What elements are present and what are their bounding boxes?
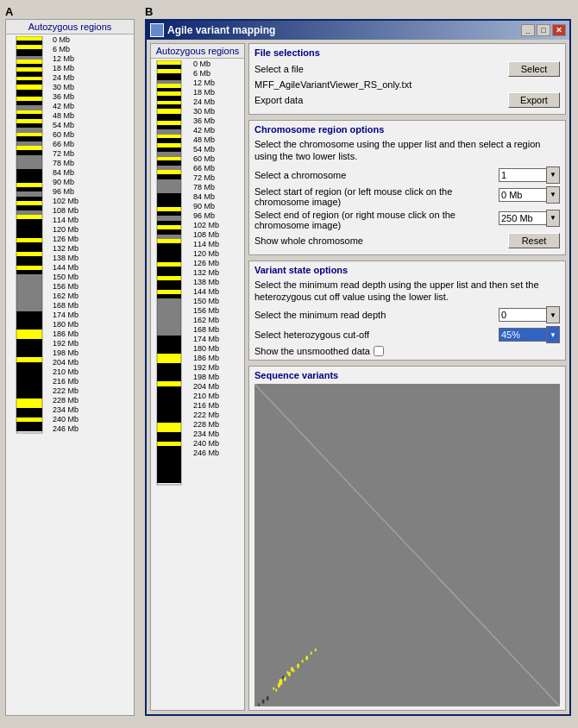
hetero-dropdown-arrow[interactable]: ▼ [546,326,560,343]
mb-label: 78 Mb [193,184,242,191]
svg-rect-53 [16,279,42,284]
mb-label: 168 Mb [193,326,242,334]
svg-rect-31 [16,178,42,183]
start-dropdown[interactable]: 0 Mb [499,188,546,202]
panel-a-title: Autozygous regions [6,20,134,35]
svg-rect-71 [16,362,42,367]
svg-rect-37 [16,205,42,210]
mb-label: 66 Mb [193,165,242,173]
svg-rect-47 [16,252,42,256]
svg-rect-118 [157,202,181,207]
svg-rect-88 [157,65,181,69]
svg-rect-149 [157,345,181,349]
export-data-label: Export data [254,95,508,105]
svg-rect-48 [16,256,42,260]
svg-rect-176 [157,469,181,474]
svg-rect-133 [157,271,181,276]
mb-label: 216 Mb [193,402,242,410]
svg-rect-138 [157,294,181,298]
close-button[interactable]: ✕ [552,24,566,36]
chrom-dropdown-arrow[interactable]: ▼ [546,166,560,184]
svg-rect-56 [16,293,42,298]
mb-label: 192 Mb [193,364,242,372]
svg-rect-46 [16,247,42,252]
mb-label: 102 Mb [53,198,132,205]
chrom-dropdown[interactable]: 1 [499,168,546,182]
mb-label: 222 Mb [53,387,132,395]
svg-rect-80 [16,404,42,408]
min-depth-arrow[interactable]: ▼ [546,306,560,323]
start-value: 0 Mb [501,190,522,200]
min-depth-dropdown-wrapper[interactable]: 0 ▼ [499,306,560,323]
svg-rect-82 [16,412,42,417]
svg-rect-67 [16,343,42,348]
mb-label: 96 Mb [193,212,242,220]
svg-rect-175 [157,464,181,469]
svg-rect-134 [157,276,181,280]
chrom-dropdown-wrapper[interactable]: 1 ▼ [499,166,560,184]
mb-label: 180 Mb [193,345,242,353]
svg-rect-12 [16,90,42,97]
mb-label: 72 Mb [193,174,242,182]
svg-rect-1 [16,41,42,45]
svg-rect-35 [16,197,42,201]
svg-rect-158 [157,386,181,391]
start-dropdown-wrapper[interactable]: 0 Mb ▼ [499,186,560,204]
end-dropdown-arrow[interactable]: ▼ [546,210,560,227]
mb-label: 120 Mb [193,250,242,258]
hetero-dropdown[interactable]: 45% [499,328,546,342]
svg-rect-72 [16,367,42,371]
min-depth-dropdown[interactable]: 0 [499,308,546,322]
svg-rect-78 [16,394,42,399]
svg-rect-121 [157,216,181,221]
variant-description: Select the minimum read depth using the … [254,279,560,304]
svg-rect-87 [157,60,181,65]
svg-rect-62 [16,321,42,325]
svg-rect-174 [157,460,181,464]
mb-label: 30 Mb [193,108,242,116]
panel-a: Autozygous regions [5,19,135,716]
sequence-variants-heading: Sequence variants [254,370,560,380]
mb-label: 210 Mb [193,392,242,400]
svg-rect-159 [157,391,181,395]
section-label-a: A [5,5,13,18]
mb-label: 246 Mb [193,449,242,457]
variant-section: Variant state options Select the minimum… [248,260,566,361]
minimize-button[interactable]: _ [521,24,535,36]
svg-rect-169 [157,436,181,442]
unsmoothed-checkbox[interactable] [374,346,384,356]
mb-label: 168 Mb [53,302,132,310]
mb-label: 6 Mb [53,46,132,53]
export-button[interactable]: Export [508,92,560,108]
chrom-value: 1 [501,170,506,180]
section-label-b: B [145,5,153,18]
hetero-dropdown-wrapper[interactable]: 45% ▼ [499,326,560,343]
svg-rect-146 [157,331,181,336]
svg-point-187 [302,660,304,663]
svg-point-186 [297,663,299,668]
mb-label: 0 Mb [53,36,132,44]
mb-label: 198 Mb [193,373,242,381]
svg-rect-26 [16,155,42,160]
svg-point-199 [273,687,274,691]
svg-rect-8 [16,72,42,77]
svg-rect-110 [157,166,181,170]
svg-rect-65 [16,335,42,339]
mb-label: 90 Mb [193,203,242,210]
end-dropdown[interactable]: 250 Mb [499,211,546,225]
window-title: Agile variant mapping [167,24,519,36]
svg-line-180 [254,384,560,706]
svg-rect-3 [16,49,42,56]
min-depth-label: Select the minimum read depth [254,310,499,320]
select-button[interactable]: Select [508,61,560,77]
svg-rect-34 [16,191,42,197]
start-dropdown-arrow[interactable]: ▼ [546,186,560,204]
mb-label: 228 Mb [193,421,242,429]
end-dropdown-wrapper[interactable]: 250 Mb ▼ [499,210,560,227]
svg-rect-27 [16,160,42,164]
chrom-section: Chromosome region options Select the chr… [248,120,566,255]
reset-button[interactable]: Reset [508,233,560,248]
maximize-button[interactable]: □ [537,24,550,36]
inner-chrom-title: Autozygous regions [151,44,244,59]
mb-label: 84 Mb [193,193,242,201]
